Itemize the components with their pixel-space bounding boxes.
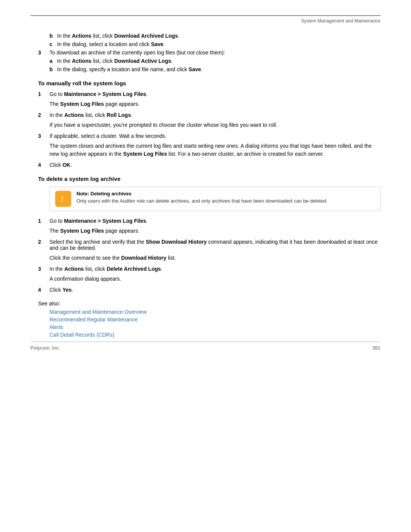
page-container: System Management and Maintenance b In t… bbox=[0, 0, 411, 362]
s2-step-num-1: 1 bbox=[38, 218, 49, 224]
s2-step3-text: In the Actions list, click Delete Archiv… bbox=[49, 266, 381, 272]
see-also-label: See also: bbox=[38, 300, 381, 307]
step-c-text: In the dialog, select a location and cli… bbox=[57, 41, 381, 47]
step-label-b: b bbox=[49, 33, 57, 39]
link-recommended-maintenance[interactable]: Recommended Regular Maintenance bbox=[49, 316, 381, 323]
s2-step3: 3 In the Actions list, click Delete Arch… bbox=[38, 266, 381, 283]
s2-step3-para: A confirmation dialog appears. bbox=[49, 275, 381, 283]
footer: Polycom, Inc. 381 bbox=[30, 342, 381, 351]
step-3b: b In the dialog, specify a location and … bbox=[38, 66, 381, 72]
step-label-3a: a bbox=[49, 58, 57, 64]
s2-step2-line: 2 Select the log archive and verify that… bbox=[38, 239, 381, 251]
step-3-intro-text: To download an archive of the currently … bbox=[49, 50, 381, 56]
step-b-text: In the Actions list, click Download Arch… bbox=[57, 33, 381, 39]
header-rule bbox=[30, 15, 381, 16]
footer-page-number: 381 bbox=[372, 345, 381, 351]
s2-step2-text: Select the log archive and verify that t… bbox=[49, 239, 381, 251]
s2-step3-line: 3 In the Actions list, click Delete Arch… bbox=[38, 266, 381, 272]
s1-step1-text: Go to Maintenance > System Log Files. bbox=[49, 91, 381, 97]
note-content: Note: Deleting archives Only users with … bbox=[76, 191, 375, 204]
s1-step1: 1 Go to Maintenance > System Log Files. … bbox=[38, 91, 381, 108]
s1-step2: 2 In the Actions list, click Roll Logs. … bbox=[38, 112, 381, 129]
step-num-3: 3 bbox=[38, 50, 49, 56]
step-label-c: c bbox=[49, 41, 57, 47]
s1-step4-line: 4 Click OK. bbox=[38, 162, 381, 168]
note-box: ! Note: Deleting archives Only users wit… bbox=[49, 187, 381, 211]
s1-step2-para: If you have a supercluster, you're promp… bbox=[49, 121, 381, 129]
section1-heading: To manually roll the system logs bbox=[38, 80, 381, 86]
see-also-section: See also: Management and Maintenance Ove… bbox=[38, 300, 381, 338]
s2-step-num-4: 4 bbox=[38, 287, 49, 293]
s1-step3-text: If applicable, select a cluster. Wait a … bbox=[49, 133, 381, 139]
s1-step3-para: The system closes and archives the curre… bbox=[49, 142, 381, 158]
s1-step3: 3 If applicable, select a cluster. Wait … bbox=[38, 133, 381, 158]
header-title: System Management and Maintenance bbox=[30, 18, 381, 24]
s1-step3-line: 3 If applicable, select a cluster. Wait … bbox=[38, 133, 381, 139]
s1-step2-line: 2 In the Actions list, click Roll Logs. bbox=[38, 112, 381, 118]
step-3b-text: In the dialog, specify a location and fi… bbox=[57, 66, 381, 72]
svg-text:!: ! bbox=[61, 195, 64, 203]
s2-step2-para: Click the command to see the Download Hi… bbox=[49, 254, 381, 262]
s2-step4: 4 Click Yes. bbox=[38, 287, 381, 293]
step-3a: a In the Actions list, click Download Ac… bbox=[38, 58, 381, 64]
note-body: Only users with the Auditor role can del… bbox=[76, 198, 375, 204]
intro-step-c: c In the dialog, select a location and c… bbox=[38, 41, 381, 47]
content-area: b In the Actions list, click Download Ar… bbox=[30, 33, 381, 338]
s2-step1-sub: The System Log Files page appears. bbox=[49, 227, 381, 235]
note-title: Note: Deleting archives bbox=[76, 191, 375, 197]
link-cdr[interactable]: Call Detail Records (CDRs) bbox=[49, 332, 381, 338]
s1-step1-line: 1 Go to Maintenance > System Log Files. bbox=[38, 91, 381, 97]
s1-step4-text: Click OK. bbox=[49, 162, 381, 168]
note-icon: ! bbox=[55, 191, 71, 207]
s1-step-num-4: 4 bbox=[38, 162, 49, 168]
s2-step1: 1 Go to Maintenance > System Log Files. … bbox=[38, 218, 381, 235]
s2-step4-line: 4 Click Yes. bbox=[38, 287, 381, 293]
s1-step1-sub: The System Log Files page appears. bbox=[49, 100, 381, 108]
section2-heading: To delete a system log archive bbox=[38, 176, 381, 182]
step-3-intro: 3 To download an archive of the currentl… bbox=[38, 50, 381, 56]
s2-step4-text: Click Yes. bbox=[49, 287, 381, 293]
s2-step1-text: Go to Maintenance > System Log Files. bbox=[49, 218, 381, 224]
step-label-3b: b bbox=[49, 66, 57, 72]
s1-step-num-2: 2 bbox=[38, 112, 49, 118]
see-also-links: Management and Maintenance Overview Reco… bbox=[38, 309, 381, 338]
footer-company: Polycom, Inc. bbox=[30, 345, 60, 351]
link-alerts[interactable]: Alerts bbox=[49, 324, 381, 330]
s1-step-num-3: 3 bbox=[38, 133, 49, 139]
s1-step2-text: In the Actions list, click Roll Logs. bbox=[49, 112, 381, 118]
s1-step4: 4 Click OK. bbox=[38, 162, 381, 168]
intro-step-b: b In the Actions list, click Download Ar… bbox=[38, 33, 381, 39]
s2-step-num-3: 3 bbox=[38, 266, 49, 272]
step-3a-text: In the Actions list, click Download Acti… bbox=[57, 58, 381, 64]
link-management-overview[interactable]: Management and Maintenance Overview bbox=[49, 309, 381, 315]
s2-step1-line: 1 Go to Maintenance > System Log Files. bbox=[38, 218, 381, 224]
s2-step2: 2 Select the log archive and verify that… bbox=[38, 239, 381, 262]
s1-step-num-1: 1 bbox=[38, 91, 49, 97]
s2-step-num-2: 2 bbox=[38, 239, 49, 245]
